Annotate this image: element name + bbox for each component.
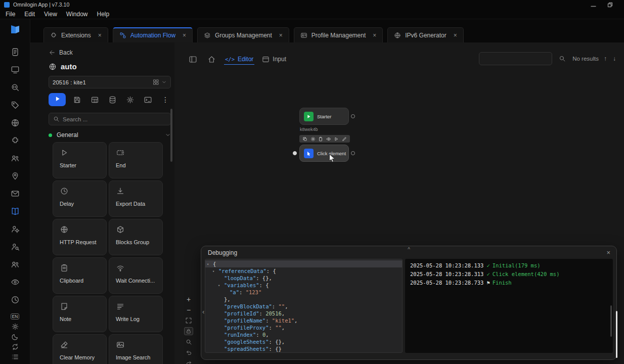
sidebar-item-screens[interactable] bbox=[7, 62, 23, 78]
search-button[interactable] bbox=[556, 53, 568, 65]
copy-button[interactable] bbox=[318, 136, 323, 142]
sidebar-item-monitor[interactable] bbox=[7, 274, 23, 290]
block-card-starter[interactable]: Starter bbox=[53, 142, 107, 178]
next-match-button[interactable]: ↓ bbox=[612, 55, 617, 62]
section-general[interactable]: General bbox=[49, 131, 171, 139]
table-button[interactable] bbox=[88, 93, 101, 106]
console-button[interactable] bbox=[141, 93, 154, 106]
debug-scrollbar[interactable] bbox=[616, 311, 617, 358]
close-tab-icon[interactable]: × bbox=[97, 32, 103, 39]
tab-automation-flow[interactable]: Automation Flow × bbox=[113, 27, 193, 42]
menu-window[interactable]: Window bbox=[62, 10, 93, 18]
collapse-left-icon[interactable]: ‹ bbox=[202, 308, 204, 315]
home-button[interactable] bbox=[205, 53, 217, 65]
sidebar-item-tags[interactable] bbox=[7, 97, 23, 113]
sidebar-item-notes[interactable] bbox=[7, 44, 23, 60]
node-starter[interactable]: Starter bbox=[299, 108, 349, 125]
panel-scrollbar[interactable] bbox=[170, 109, 172, 162]
tab-editor[interactable]: </> Editor bbox=[224, 54, 254, 65]
menu-help[interactable]: Help bbox=[93, 10, 114, 18]
block-card-export-data[interactable]: Export Data bbox=[109, 180, 163, 217]
canvas-search-input[interactable] bbox=[479, 52, 552, 65]
tab-extensions[interactable]: Extensions × bbox=[43, 27, 108, 42]
menu-list-button[interactable] bbox=[9, 352, 22, 362]
output-port[interactable] bbox=[351, 114, 355, 118]
collapse-arrow-icon[interactable]: ▾ bbox=[207, 261, 213, 268]
tab-ipv6-generator[interactable]: IPv6 Generator × bbox=[387, 27, 463, 42]
sidebar-item-locations[interactable] bbox=[7, 168, 23, 184]
more-options-button[interactable]: ⋮ bbox=[159, 93, 172, 106]
settings-button[interactable] bbox=[9, 322, 22, 332]
sidebar-item-automation[interactable] bbox=[7, 203, 23, 219]
json-line[interactable]: "profileProxy": "", bbox=[205, 324, 402, 331]
flow-canvas[interactable]: </> Editor Input No results ↑ ↓ bbox=[174, 42, 624, 364]
sidebar-item-code-search[interactable] bbox=[7, 79, 23, 96]
duplicate-button[interactable] bbox=[302, 136, 307, 142]
sidebar-item-history[interactable] bbox=[7, 292, 23, 308]
back-button[interactable]: Back bbox=[49, 49, 84, 56]
block-card-clear-memory[interactable]: Clear Memory bbox=[53, 334, 107, 364]
menu-edit[interactable]: Edit bbox=[20, 10, 39, 18]
json-line[interactable]: "profileName": "kite1", bbox=[205, 317, 402, 324]
block-card-wait-connection[interactable]: Wait Connecti... bbox=[109, 257, 163, 294]
block-card-end[interactable]: End bbox=[109, 142, 163, 178]
node-settings-button[interactable] bbox=[310, 136, 316, 142]
json-line[interactable]: "googleSheets": {}, bbox=[205, 338, 402, 345]
tab-groups-management[interactable]: Groups Management × bbox=[197, 27, 289, 42]
run-flow-button[interactable] bbox=[49, 93, 66, 106]
minimize-button[interactable] bbox=[591, 2, 596, 8]
close-tab-icon[interactable]: × bbox=[182, 32, 187, 39]
sidebar-item-team[interactable] bbox=[7, 150, 23, 166]
log-scrollbar[interactable] bbox=[610, 305, 612, 337]
json-line[interactable]: }, bbox=[205, 296, 402, 303]
block-card-delay[interactable]: Delay bbox=[53, 180, 107, 217]
zoom-out-button[interactable]: − bbox=[184, 306, 193, 314]
json-line[interactable]: } bbox=[205, 352, 402, 353]
json-line[interactable]: "spreadSheets": {} bbox=[205, 345, 402, 352]
zoom-in-button[interactable]: + bbox=[184, 295, 193, 303]
input-port[interactable] bbox=[293, 151, 297, 155]
json-line[interactable]: ▾{ bbox=[205, 260, 402, 267]
menu-file[interactable]: File bbox=[1, 10, 20, 18]
restore-button[interactable] bbox=[607, 2, 613, 8]
block-card-note[interactable]: Note bbox=[53, 296, 107, 332]
undo-button[interactable] bbox=[184, 348, 193, 356]
visibility-button[interactable] bbox=[326, 136, 331, 142]
sidebar-item-profiles[interactable] bbox=[7, 221, 23, 237]
close-tab-icon[interactable]: × bbox=[278, 32, 284, 39]
sidebar-item-groups[interactable] bbox=[7, 256, 23, 272]
collapse-arrow-icon[interactable]: ▾ bbox=[218, 282, 224, 289]
redo-button[interactable] bbox=[184, 359, 193, 364]
previous-match-button[interactable]: ↑ bbox=[603, 55, 608, 62]
close-tab-icon[interactable]: × bbox=[453, 32, 458, 39]
json-line[interactable]: ▾"referenceData": { bbox=[205, 267, 402, 275]
block-card-blocks-group[interactable]: Blocks Group bbox=[109, 219, 163, 255]
debug-json-view[interactable]: ▾{ ▾"referenceData": { "loopData": {}, ▾… bbox=[205, 259, 403, 353]
debug-log-view[interactable]: 2025-05-28 10:23:28.133✓Initial(179 ms) … bbox=[405, 259, 613, 353]
save-button[interactable] bbox=[70, 93, 83, 106]
json-line[interactable]: "runIndex": 0, bbox=[205, 331, 402, 338]
search-canvas-button[interactable] bbox=[184, 338, 193, 346]
block-card-write-log[interactable]: Write Log bbox=[109, 296, 163, 332]
json-line[interactable]: "profileId": 20516, bbox=[205, 310, 402, 317]
tab-input[interactable]: Input bbox=[261, 54, 287, 65]
block-card-image-search[interactable]: Image Search bbox=[109, 334, 163, 364]
tab-profile-management[interactable]: Profile Management × bbox=[294, 27, 383, 42]
storage-button[interactable] bbox=[106, 93, 119, 106]
profile-selector[interactable]: 20516 : kite1 bbox=[49, 76, 171, 88]
edit-button[interactable] bbox=[342, 136, 347, 142]
sync-button[interactable] bbox=[9, 342, 22, 352]
lock-canvas-button[interactable] bbox=[184, 327, 193, 335]
json-line[interactable]: "loopData": {}, bbox=[205, 275, 402, 282]
theme-toggle[interactable] bbox=[9, 332, 22, 342]
sidebar-item-extensions[interactable] bbox=[7, 132, 23, 149]
output-port[interactable] bbox=[351, 151, 355, 155]
block-card-clipboard[interactable]: Clipboard bbox=[53, 257, 107, 294]
block-card-http-request[interactable]: HTTP Request bbox=[53, 219, 107, 255]
resize-handle-icon[interactable]: ^ bbox=[408, 248, 410, 252]
sidebar-item-network[interactable] bbox=[7, 115, 23, 131]
close-tab-icon[interactable]: × bbox=[372, 32, 377, 39]
json-line[interactable]: "a": "123" bbox=[205, 289, 402, 296]
close-debugging-button[interactable]: × bbox=[605, 250, 611, 256]
json-line[interactable]: "prevBlockData": "", bbox=[205, 303, 402, 310]
